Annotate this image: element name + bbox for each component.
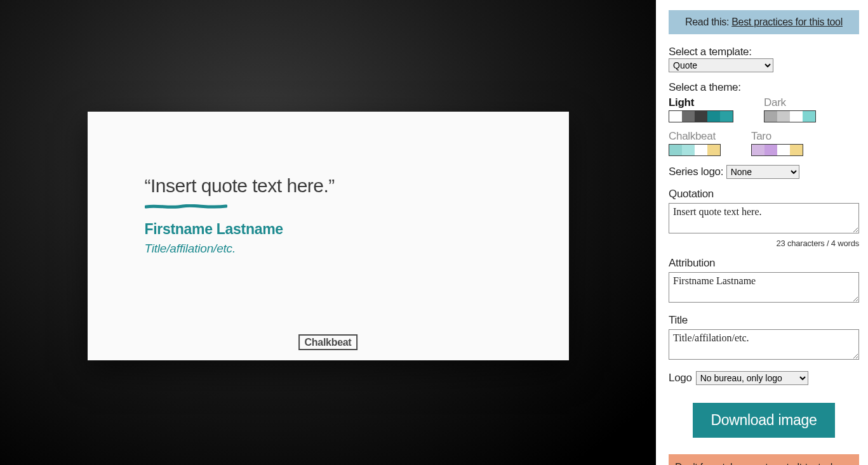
swatch[interactable] — [682, 145, 695, 155]
alt-text-reminder: Don't forget: be sure to set alt-text wh… — [669, 454, 859, 465]
title-label: Title — [669, 314, 859, 327]
swatch[interactable] — [803, 111, 815, 122]
best-practices-link[interactable]: Best practices for this tool — [731, 16, 843, 27]
logo-select[interactable]: No bureau, only logo — [696, 371, 808, 385]
theme-swatches-dark[interactable] — [764, 110, 816, 122]
swatch[interactable] — [777, 145, 790, 155]
swatch[interactable] — [790, 145, 803, 155]
logo-label: Logo — [669, 372, 692, 384]
attribution-input[interactable] — [669, 272, 859, 303]
swatch[interactable] — [720, 111, 733, 122]
swatch[interactable] — [765, 145, 777, 155]
swatch[interactable] — [695, 145, 707, 155]
theme-swatches-taro[interactable] — [751, 144, 803, 156]
title-text: Title/affilation/etc. — [145, 242, 512, 256]
attribution-label: Attribution — [669, 257, 859, 270]
series-logo-label: Series logo: — [669, 166, 723, 178]
controls-sidebar: Read this: Best practices for this tool … — [656, 0, 868, 465]
theme-label: Select a theme: — [669, 81, 859, 94]
theme-swatches-chalkbeat[interactable] — [669, 144, 721, 156]
swatch[interactable] — [695, 111, 707, 122]
theme-name-chalkbeat: Chalkbeat — [669, 130, 721, 143]
swatch[interactable] — [669, 145, 682, 155]
theme-name-light: Light — [669, 96, 733, 109]
swatch[interactable] — [790, 111, 803, 122]
swatch[interactable] — [765, 111, 777, 122]
template-label: Select a template: — [669, 46, 752, 58]
title-input[interactable] — [669, 329, 859, 360]
preview-canvas: “Insert quote text here.” Firstname Last… — [0, 0, 656, 465]
theme-swatches-light[interactable] — [669, 110, 733, 122]
quotation-label: Quotation — [669, 188, 859, 200]
banner-prefix: Read this: — [685, 16, 731, 27]
swatch[interactable] — [669, 111, 682, 122]
series-logo-select[interactable]: None — [726, 165, 799, 179]
best-practices-banner: Read this: Best practices for this tool — [669, 10, 859, 34]
quotation-input[interactable] — [669, 203, 859, 233]
swatch[interactable] — [707, 145, 720, 155]
quotation-counter: 23 characters / 4 words — [669, 239, 859, 248]
quote-text: “Insert quote text here.” — [145, 175, 512, 197]
theme-name-dark: Dark — [764, 96, 816, 109]
attribution-text: Firstname Lastname — [145, 221, 512, 238]
swatch[interactable] — [752, 145, 765, 155]
swatch[interactable] — [707, 111, 720, 122]
swatch[interactable] — [777, 111, 790, 122]
template-select[interactable]: Quote — [669, 58, 773, 72]
brush-underline-icon — [145, 204, 227, 209]
quote-card: “Insert quote text here.” Firstname Last… — [88, 112, 569, 360]
brand-logo: Chalkbeat — [298, 334, 358, 350]
download-button[interactable]: Download image — [693, 403, 834, 438]
theme-name-taro: Taro — [751, 130, 803, 143]
swatch[interactable] — [682, 111, 695, 122]
